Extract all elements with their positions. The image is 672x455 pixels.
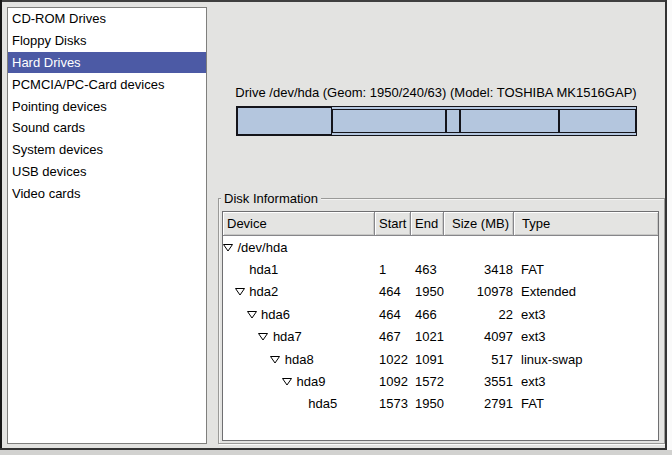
table-row-hda5[interactable]: hda5157319502791FAT [223, 393, 658, 415]
table-row-hda2[interactable]: hda2464195010978Extended [223, 281, 658, 303]
disk-information-group: Disk Information DeviceStartEndSize (MB)… [218, 198, 665, 444]
column-header-type[interactable]: Type [514, 212, 658, 236]
type-cell: linux-swap [514, 348, 658, 370]
partition-segment-hda7 [332, 109, 446, 133]
type-cell [514, 236, 658, 258]
device-name: hda7 [273, 329, 302, 344]
start-cell: 1092 [375, 370, 411, 392]
device-name: /dev/hda [238, 240, 288, 255]
device-cell: hda9 [223, 370, 375, 392]
hardware-browser-window: CD-ROM DrivesFloppy DisksHard DrivesPCMC… [0, 0, 667, 450]
partition-segment-hda5 [559, 109, 636, 133]
sidebar-item-floppy-disks[interactable]: Floppy Disks [8, 30, 206, 52]
sidebar-item-usb-devices[interactable]: USB devices [8, 161, 206, 183]
type-cell: ext3 [514, 326, 658, 348]
sidebar-item-pointing-devices[interactable]: Pointing devices [8, 95, 206, 117]
size-cell: 4097 [444, 326, 514, 348]
partition-table: DeviceStartEndSize (MB)Type /dev/hdahda1… [222, 211, 659, 441]
device-cell: hda6 [223, 303, 375, 325]
window-border-top [0, 0, 667, 2]
table-row-hda1[interactable]: hda114633418FAT [223, 258, 658, 280]
expander-open-icon[interactable] [223, 243, 233, 252]
expander-open-icon[interactable] [282, 377, 292, 386]
size-cell [444, 236, 514, 258]
partition-table-body: /dev/hdahda114633418FAThda2464195010978E… [223, 236, 658, 415]
expander-open-icon[interactable] [270, 355, 280, 364]
start-cell [375, 236, 411, 258]
expander-open-icon[interactable] [247, 310, 257, 319]
sidebar-item-sound-cards[interactable]: Sound cards [8, 117, 206, 139]
sidebar-item-video-cards[interactable]: Video cards [8, 182, 206, 204]
type-cell: FAT [514, 258, 658, 280]
device-name: hda2 [249, 284, 278, 299]
table-row--dev-hda[interactable]: /dev/hda [223, 236, 658, 258]
device-cell: hda8 [223, 348, 375, 370]
size-cell: 10978 [444, 281, 514, 303]
partition-segment-hda9 [460, 109, 559, 133]
table-row-hda6[interactable]: hda646446622ext3 [223, 303, 658, 325]
drive-info-label: Drive /dev/hda (Geom: 1950/240/63) (Mode… [235, 85, 637, 100]
expander-open-icon[interactable] [258, 332, 268, 341]
type-cell: ext3 [514, 303, 658, 325]
end-cell: 1021 [411, 326, 444, 348]
device-category-list: CD-ROM DrivesFloppy DisksHard DrivesPCMC… [7, 7, 207, 444]
device-cell: hda7 [223, 326, 375, 348]
table-row-hda9[interactable]: hda9109215723551ext3 [223, 370, 658, 392]
device-cell: hda5 [223, 393, 375, 415]
start-cell: 464 [375, 303, 411, 325]
size-cell: 517 [444, 348, 514, 370]
type-cell: Extended [514, 281, 658, 303]
expander-open-icon[interactable] [235, 287, 245, 296]
size-cell: 3551 [444, 370, 514, 392]
partition-bar [236, 106, 637, 136]
size-cell: 22 [444, 303, 514, 325]
device-name: hda1 [249, 262, 278, 277]
device-cell: hda2 [223, 281, 375, 303]
start-cell: 467 [375, 326, 411, 348]
device-name: hda9 [297, 374, 326, 389]
end-cell: 1572 [411, 370, 444, 392]
size-cell: 3418 [444, 258, 514, 280]
end-cell: 1091 [411, 348, 444, 370]
desktop-strip [0, 450, 672, 455]
start-cell: 1573 [375, 393, 411, 415]
device-name: hda5 [308, 396, 337, 411]
start-cell: 1 [375, 258, 411, 280]
sidebar-item-hard-drives[interactable]: Hard Drives [8, 52, 206, 74]
start-cell: 464 [375, 281, 411, 303]
column-header-size-mb-[interactable]: Size (MB) [444, 212, 514, 236]
window-border-right [665, 0, 667, 450]
start-cell: 1022 [375, 348, 411, 370]
device-name: hda8 [285, 352, 314, 367]
window-border-left [0, 0, 2, 450]
end-cell: 1950 [411, 393, 444, 415]
end-cell: 1950 [411, 281, 444, 303]
sidebar-item-pcmcia-pc-card-devices[interactable]: PCMCIA/PC-Card devices [8, 73, 206, 95]
end-cell: 463 [411, 258, 444, 280]
device-name: hda6 [261, 307, 290, 322]
partition-segment-hda1 [237, 107, 332, 135]
end-cell [411, 236, 444, 258]
table-row-hda7[interactable]: hda746710214097ext3 [223, 326, 658, 348]
sidebar-item-system-devices[interactable]: System devices [8, 139, 206, 161]
column-header-device[interactable]: Device [223, 212, 375, 236]
device-cell: hda1 [223, 258, 375, 280]
disk-information-title: Disk Information [221, 192, 321, 206]
sidebar-item-cd-rom-drives[interactable]: CD-ROM Drives [8, 8, 206, 30]
partition-table-header: DeviceStartEndSize (MB)Type [223, 212, 658, 236]
column-header-end[interactable]: End [411, 212, 444, 236]
type-cell: FAT [514, 393, 658, 415]
device-cell: /dev/hda [223, 236, 375, 258]
table-row-hda8[interactable]: hda810221091517linux-swap [223, 348, 658, 370]
column-header-start[interactable]: Start [375, 212, 411, 236]
end-cell: 466 [411, 303, 444, 325]
partition-segment-hda8 [446, 109, 460, 133]
size-cell: 2791 [444, 393, 514, 415]
type-cell: ext3 [514, 370, 658, 392]
